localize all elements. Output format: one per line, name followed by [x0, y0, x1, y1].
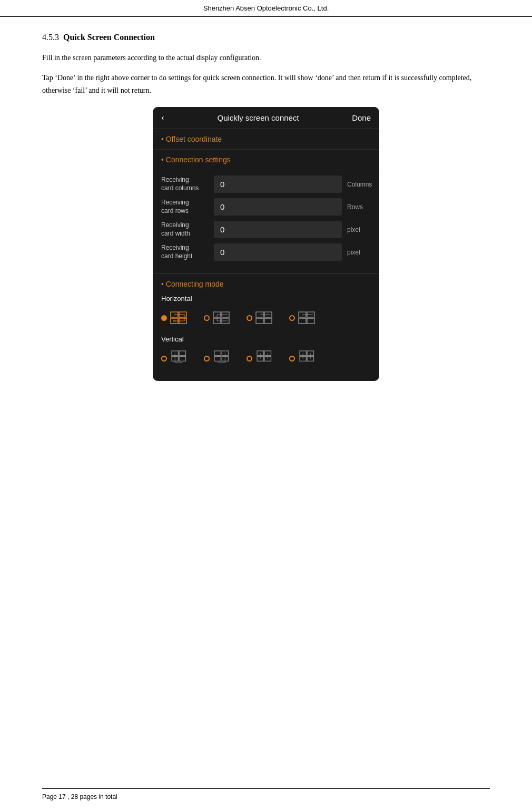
- vertical-label: Vertical: [161, 335, 371, 343]
- width-row: Receivingcard width pixel: [161, 221, 371, 238]
- height-unit: pixel: [347, 249, 371, 256]
- offset-section-row: Offset coordinate: [153, 129, 379, 150]
- height-input[interactable]: [214, 243, 342, 261]
- v-mode-icon-3: [255, 350, 274, 366]
- offset-label: Offset coordinate: [161, 135, 222, 143]
- radio-v3[interactable]: [247, 356, 252, 361]
- paragraph-2: Tap ‘Done’ in the right above corner to …: [42, 72, 490, 97]
- connecting-mode-label: Connecting mode: [161, 280, 224, 288]
- width-unit: pixel: [347, 226, 371, 233]
- rows-label: Receivingcard rows: [161, 199, 209, 215]
- svg-rect-15: [307, 318, 314, 324]
- svg-rect-20: [214, 351, 221, 356]
- horizontal-icons-row: [161, 308, 371, 328]
- columns-input[interactable]: [214, 175, 342, 193]
- section-heading: 4.5.3 Quick Screen Connection: [42, 33, 490, 42]
- horizontal-label: Horizontal: [161, 295, 371, 302]
- h-mode-icon-4: [298, 310, 317, 326]
- connecting-mode-section: Connecting mode Horizontal: [153, 273, 379, 381]
- columns-label: Receivingcard columns: [161, 176, 209, 192]
- rows-input[interactable]: [214, 198, 342, 216]
- connection-label: Connection settings: [161, 155, 231, 164]
- device-topbar: ‹ Quickly screen connect Done: [153, 107, 379, 129]
- h-mode-icon-2: [213, 310, 232, 326]
- v-mode-icon-2: [213, 350, 232, 366]
- page-header: Shenzhen Absen Optoelectronic Co., Ltd.: [0, 0, 532, 17]
- v-mode-4[interactable]: [289, 350, 317, 366]
- width-input[interactable]: [214, 221, 342, 238]
- radio-h2[interactable]: [204, 315, 210, 321]
- v-mode-3[interactable]: [247, 350, 274, 366]
- page-footer: Page 17 , 28 pages in total: [42, 788, 490, 800]
- rows-unit: Rows: [347, 203, 371, 211]
- page-info: Page 17 , 28 pages in total: [42, 793, 117, 800]
- paragraph-1: Fill in the screen parameters according …: [42, 52, 490, 64]
- h-mode-1[interactable]: [161, 310, 189, 326]
- columns-unit: Columns: [347, 181, 371, 188]
- h-mode-2[interactable]: [204, 310, 232, 326]
- radio-h1[interactable]: [161, 315, 167, 321]
- svg-rect-19: [179, 357, 185, 361]
- height-row: Receivingcard height pixel: [161, 243, 371, 261]
- svg-rect-11: [264, 318, 272, 324]
- screen-title: Quickly screen connect: [218, 113, 299, 122]
- company-name: Shenzhen Absen Optoelectronic Co., Ltd.: [203, 4, 329, 12]
- width-label: Receivingcard width: [161, 221, 209, 238]
- svg-rect-14: [299, 318, 306, 324]
- vertical-icons-row: [161, 348, 371, 368]
- v-mode-icon-4: [298, 350, 317, 366]
- back-button[interactable]: ‹: [161, 112, 164, 123]
- h-mode-4[interactable]: [289, 310, 317, 326]
- v-mode-2[interactable]: [204, 350, 232, 366]
- device-screenshot: ‹ Quickly screen connect Done Offset coo…: [153, 107, 379, 381]
- radio-h4[interactable]: [289, 315, 295, 321]
- svg-rect-22: [214, 357, 221, 361]
- columns-row: Receivingcard columns Columns: [161, 175, 371, 193]
- settings-block: Receivingcard columns Columns Receivingc…: [153, 170, 379, 273]
- h-mode-3[interactable]: [247, 310, 274, 326]
- rows-row: Receivingcard rows Rows: [161, 198, 371, 216]
- v-mode-icon-1: [170, 350, 189, 366]
- connection-section-row: Connection settings: [153, 150, 379, 170]
- connecting-mode-row: Connecting mode: [161, 279, 371, 289]
- h-mode-icon-1: [170, 310, 189, 326]
- radio-v4[interactable]: [289, 356, 295, 361]
- h-mode-icon-3: [255, 310, 274, 326]
- radio-v2[interactable]: [204, 356, 210, 361]
- v-mode-1[interactable]: [161, 350, 189, 366]
- height-label: Receivingcard height: [161, 244, 209, 260]
- radio-h3[interactable]: [247, 315, 252, 321]
- radio-v1[interactable]: [161, 356, 167, 361]
- done-button[interactable]: Done: [352, 113, 371, 122]
- svg-rect-10: [256, 318, 263, 324]
- svg-rect-17: [179, 351, 185, 356]
